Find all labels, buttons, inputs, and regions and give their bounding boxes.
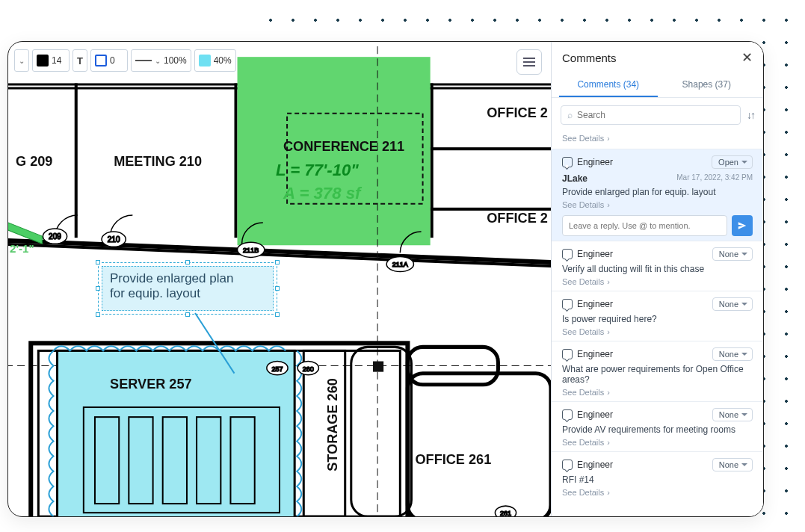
reply-input[interactable] — [562, 215, 727, 236]
comment-role: Engineer — [577, 249, 613, 259]
svg-rect-5 — [431, 147, 551, 150]
svg-rect-2 — [75, 83, 78, 238]
comment-item[interactable]: Engineer None What are power requirement… — [552, 341, 763, 401]
room-label-meeting210: MEETING 210 — [114, 154, 202, 169]
comment-item[interactable]: Engineer None Is power required here? Se… — [552, 291, 763, 341]
comment-icon — [562, 349, 573, 359]
comment-role: Engineer — [577, 460, 613, 470]
comment-role: Engineer — [577, 157, 613, 167]
markup-toolbar: ⌄ 14 T 0 ⌄100% 40% — [14, 49, 236, 72]
status-dropdown[interactable]: None — [712, 347, 753, 361]
comment-item[interactable]: Engineer None RFI #14 See Details › — [552, 451, 763, 501]
see-details-link[interactable]: See Details › — [562, 200, 753, 209]
svg-rect-4 — [431, 83, 434, 238]
see-details-link[interactable]: See Details › — [562, 438, 753, 447]
room-label-server257: SERVER 257 — [110, 377, 191, 392]
callout-text-line1: Provide enlarged plan — [110, 271, 265, 286]
comment-role: Engineer — [577, 299, 613, 309]
sort-button[interactable]: ↓↑ — [747, 109, 754, 121]
room-label-conference211: CONFERENCE 211 — [283, 139, 404, 154]
status-dropdown[interactable]: None — [712, 458, 753, 471]
text-color-picker[interactable]: 14 — [32, 49, 70, 72]
comments-panel: Comments ✕ Comments (34) Shapes (37) ⌕ ↓… — [551, 42, 763, 516]
see-details-link[interactable]: See Details › — [562, 327, 753, 336]
svg-rect-25 — [351, 347, 412, 516]
room-label-office-top: OFFICE 2 — [487, 105, 548, 120]
status-dropdown[interactable]: None — [712, 247, 753, 261]
see-details-link[interactable]: See Details › — [562, 388, 753, 397]
search-icon: ⌕ — [567, 110, 573, 120]
status-dropdown[interactable]: None — [712, 297, 753, 311]
hamburger-menu-button[interactable] — [516, 49, 542, 75]
comment-text: What are power requirements for Open Off… — [562, 364, 753, 385]
room-label-storage260: STORAGE 260 — [325, 378, 340, 471]
comment-icon — [562, 409, 573, 420]
comment-item[interactable]: Engineer None Provide AV requirements fo… — [552, 401, 763, 451]
font-family-dropdown[interactable]: ⌄ — [14, 49, 29, 72]
svg-text:211A: 211A — [392, 261, 409, 268]
measurement-area: A = 378 sf — [283, 184, 363, 202]
panel-title: Comments — [562, 52, 617, 64]
comment-role: Engineer — [577, 409, 613, 420]
send-button[interactable] — [732, 215, 753, 236]
comment-text: RFI #14 — [562, 474, 753, 485]
callout-text-line2: for equip. layout — [110, 286, 265, 301]
search-input[interactable] — [577, 110, 734, 120]
status-dropdown[interactable]: None — [712, 408, 753, 421]
search-input-wrapper[interactable]: ⌕ — [561, 105, 741, 125]
room-label-office-mid: OFFICE 2 — [487, 211, 548, 226]
comment-text: Provide enlarged plan for equip. layout — [562, 187, 753, 197]
comment-text: Verify all ducting will fit in this chas… — [562, 264, 753, 274]
svg-text:209: 209 — [49, 232, 61, 241]
comment-role: Engineer — [577, 349, 613, 359]
dimension-left: 2'-1" — [10, 242, 34, 255]
comment-text: Is power required here? — [562, 314, 753, 324]
stroke-color-picker[interactable]: 0 — [90, 49, 128, 72]
floorplan-canvas[interactable]: ⌄ 14 T 0 ⌄100% 40% — [8, 42, 551, 516]
room-label-g209: G 209 — [16, 154, 52, 169]
text-tool[interactable]: T — [73, 49, 87, 72]
svg-text:210: 210 — [108, 235, 120, 244]
callout-annotation[interactable]: Provide enlarged plan for equip. layout — [102, 266, 274, 311]
comment-author: JLake — [562, 173, 587, 184]
room-label-office261: OFFICE 261 — [415, 452, 491, 467]
comment-icon — [562, 157, 573, 167]
status-dropdown[interactable]: Open — [712, 155, 753, 169]
see-details-link[interactable]: See Details › — [562, 277, 753, 286]
svg-rect-16 — [58, 350, 295, 516]
comment-item[interactable]: Engineer Open JLakeMar 17, 2022, 3:42 PM… — [552, 149, 763, 241]
svg-rect-3 — [234, 83, 237, 238]
tab-comments[interactable]: Comments (34) — [559, 73, 658, 97]
app-window: ⌄ 14 T 0 ⌄100% 40% — [7, 41, 764, 517]
svg-text:257: 257 — [271, 365, 283, 373]
svg-text:211B: 211B — [243, 247, 259, 254]
comment-icon — [562, 299, 573, 309]
see-details-link[interactable]: See Details › — [562, 488, 753, 497]
send-icon — [737, 220, 747, 231]
comment-item[interactable]: Engineer None Verify all ducting will fi… — [552, 241, 763, 291]
comment-icon — [562, 249, 573, 259]
comment-text: Provide AV requirements for meeting room… — [562, 424, 753, 435]
measurement-length: L = 77'-10" — [276, 161, 359, 179]
svg-rect-26 — [407, 374, 551, 516]
close-icon[interactable]: ✕ — [741, 49, 753, 66]
fill-color-picker[interactable]: 40% — [194, 49, 236, 72]
comments-list: Engineer Open JLakeMar 17, 2022, 3:42 PM… — [552, 149, 763, 516]
line-style-dropdown[interactable]: ⌄100% — [131, 49, 191, 72]
comment-timestamp: Mar 17, 2022, 3:42 PM — [676, 173, 753, 184]
see-details-link[interactable]: See Details› — [552, 132, 763, 149]
svg-text:260: 260 — [303, 365, 314, 373]
floorplan-svg: 209 210 211B 211A 257 260 261 G 209 MEET… — [8, 42, 551, 516]
tab-shapes[interactable]: Shapes (37) — [658, 73, 756, 97]
svg-text:261: 261 — [500, 510, 511, 516]
svg-rect-13 — [373, 362, 383, 372]
comment-icon — [562, 460, 573, 470]
